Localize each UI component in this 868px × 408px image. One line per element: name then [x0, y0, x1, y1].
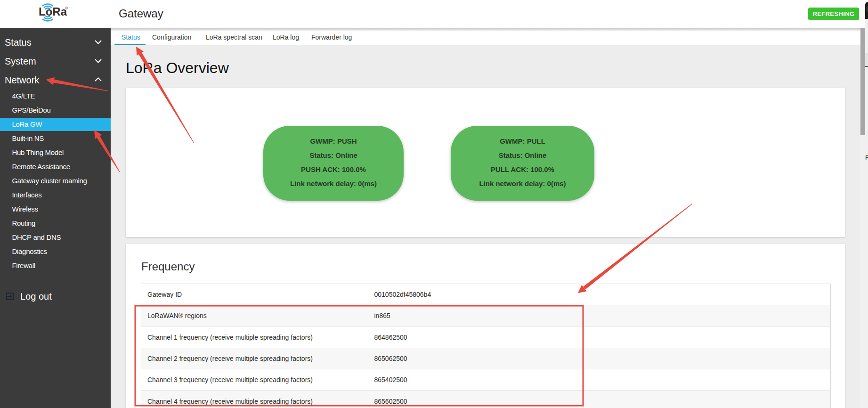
svg-text:LoRa: LoRa	[39, 5, 67, 18]
